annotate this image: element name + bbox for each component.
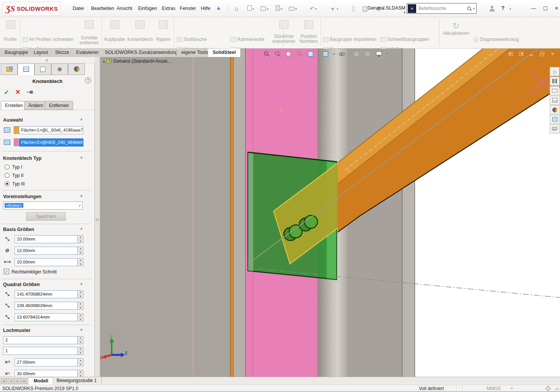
dimxpert-tab[interactable]: ⊕ — [51, 63, 68, 75]
configuration-manager-tab[interactable] — [34, 63, 51, 75]
command-search-box[interactable]: » Befehlssuche ▾ — [407, 3, 477, 14]
radio-typ2[interactable] — [5, 173, 10, 178]
section-view-icon[interactable] — [285, 50, 293, 58]
menu-hilfe[interactable]: Hilfe — [196, 0, 215, 17]
model-tab[interactable]: Modell — [29, 377, 53, 385]
undo-caret[interactable]: ▾ — [315, 7, 317, 11]
selection-field-1[interactable]: Fläche<1>@L_60x6_4186aaa7-0 — [19, 126, 83, 134]
base-thickness-field[interactable]: 10.00mm▲▼ — [15, 235, 83, 243]
hole-spacing-1-field[interactable]: 27.00mm▲▼ — [15, 358, 83, 366]
ok-button[interactable]: ✓ — [4, 88, 9, 96]
document-name[interactable]: Geruest.SLDASM * — [367, 5, 405, 16]
open-document-caret[interactable]: ▾ — [267, 7, 269, 11]
rotate-view-icon[interactable] — [296, 50, 304, 58]
view-orientation-caret[interactable]: ▾ — [333, 52, 335, 56]
pin-menu-icon[interactable]: ➤ — [215, 5, 222, 12]
mode-tab-erstellen[interactable]: Erstellen — [1, 101, 27, 110]
tab-layout[interactable]: Layout — [29, 49, 53, 57]
panel-collapse-handle[interactable] — [46, 59, 48, 62]
diagnostics-button[interactable]: Q Diagnosewerkzeug — [474, 37, 519, 42]
annotations-icon[interactable] — [307, 50, 315, 58]
search-caret[interactable]: ▾ — [473, 7, 475, 10]
radio-typ1[interactable] — [5, 164, 10, 169]
minimize-child-icon[interactable] — [529, 51, 535, 57]
view-palette-icon[interactable] — [550, 96, 560, 105]
right-angle-cut-checkbox[interactable]: ✓ — [4, 269, 9, 274]
prev-tab-nav-button[interactable]: ◂ — [8, 378, 14, 384]
cancel-button[interactable]: ✕ — [15, 88, 20, 96]
tab-skizze[interactable]: Skizze — [50, 49, 74, 57]
appearance-icon[interactable] — [364, 50, 372, 58]
mode-tab-aendern[interactable]: Ändern — [24, 101, 47, 110]
radio-typ3-label[interactable]: Typ III — [12, 181, 25, 187]
panel-splitter[interactable] — [95, 57, 100, 377]
refresh-button[interactable]: ↻ Aktualisieren — [441, 21, 471, 36]
feature-manager-tab[interactable] — [1, 63, 18, 75]
previous-window-icon[interactable] — [508, 51, 514, 57]
spinner[interactable]: ▲▼ — [77, 347, 83, 355]
radio-typ1-label[interactable]: Typ I — [12, 164, 22, 170]
hole-pattern-group-header[interactable]: Lochmuster — [3, 328, 31, 333]
first-tab-nav-button[interactable]: |◂ — [1, 378, 7, 384]
profile-button[interactable]: Profile — [4, 20, 17, 42]
attachment-icon[interactable] — [350, 5, 357, 13]
design-library-icon[interactable] — [550, 76, 560, 86]
hole-pattern-collapse-chevron[interactable]: ˄ — [80, 328, 83, 332]
help-icon[interactable]: ? — [501, 5, 505, 11]
presets-dropdown[interactable]: <Keine> ˅ — [3, 202, 83, 210]
open-document-icon[interactable] — [259, 5, 267, 13]
presets-group-header[interactable]: Voreinstellungen — [3, 194, 41, 199]
spinner[interactable]: ▲▼ — [77, 247, 83, 254]
spinner[interactable]: ▲▼ — [77, 259, 83, 266]
restore-child-icon[interactable] — [539, 51, 545, 57]
spinner[interactable]: ▲▼ — [77, 236, 83, 243]
right-angle-cut-label[interactable]: Rechtwinkliger Schnitt — [11, 269, 57, 275]
tab-solidsteel[interactable]: SolidSteel — [208, 49, 241, 57]
tree-expand-arrow[interactable]: ▸ — [103, 59, 105, 63]
print-caret[interactable]: ▾ — [295, 7, 297, 11]
custom-properties-icon[interactable] — [550, 115, 560, 124]
graphics-viewport[interactable]: X Z ▸Geruest (Standard<Anzei... ▾ ▾ ✕ ⌂ — [100, 49, 560, 377]
file-explorer-icon[interactable] — [550, 86, 560, 95]
login-person-icon[interactable] — [489, 6, 495, 12]
home-tab-icon[interactable]: ⌂ — [550, 67, 560, 76]
position-numbers-button[interactable]: PositionNumbers — [298, 20, 320, 44]
tag-icon[interactable] — [545, 386, 551, 391]
splice-plate-button[interactable]: Stoßlasche — [177, 37, 207, 42]
units-selector[interactable]: MMGS — [487, 386, 501, 391]
feature-tree-flyout[interactable]: ▸Geruest (Standard<Anzei... — [103, 59, 171, 64]
tree-item-label[interactable]: Geruest (Standard<Anzei... — [113, 59, 171, 64]
spinner[interactable]: ▲▼ — [77, 337, 83, 344]
weldment-assemblies-button[interactable]: Schweißbaugruppen — [380, 37, 429, 42]
presets-dropdown-chevron[interactable]: ˅ — [78, 202, 81, 210]
search-scope-icon[interactable]: » — [408, 4, 416, 13]
selection-group-header[interactable]: Auswahl — [3, 117, 23, 123]
new-document-icon[interactable] — [246, 5, 253, 13]
radio-typ2-label[interactable]: Typ II — [12, 173, 23, 178]
type-group-header[interactable]: Knotenblech Typ — [3, 156, 41, 161]
square-dim2-field[interactable]: 109.45098039mm▲▼ — [15, 302, 83, 310]
select-caret[interactable]: ▾ — [337, 7, 338, 11]
tab-evaluieren[interactable]: Evaluieren — [72, 49, 104, 57]
save-icon[interactable] — [274, 5, 282, 13]
close-button[interactable]: ✕ — [552, 5, 560, 12]
hide-show-icon[interactable] — [353, 50, 361, 58]
mode-tab-entfernen[interactable]: Entfernen — [45, 101, 73, 110]
save-preset-button[interactable]: Speichern — [26, 212, 66, 221]
base-width-field[interactable]: 10.00mm▲▼ — [15, 258, 83, 266]
zoom-fit-icon[interactable] — [263, 50, 270, 58]
end-plate-button[interactable]: Kopfplatte — [104, 20, 125, 42]
hole-count-1-field[interactable]: 2▲▼ — [3, 336, 83, 344]
minimize-button[interactable]: — — [529, 5, 538, 12]
spinner[interactable]: ▲▼ — [77, 359, 83, 366]
property-manager-tab[interactable] — [18, 63, 34, 75]
view-settings-caret[interactable]: ▾ — [386, 52, 388, 56]
maximize-button[interactable]: ☐ — [541, 5, 550, 12]
undo-icon[interactable]: ↶ — [308, 5, 316, 13]
display-manager-tab[interactable] — [68, 63, 85, 75]
zoom-area-icon[interactable] — [274, 50, 282, 58]
tab-eigene-tools[interactable]: eigene Tools — [177, 49, 213, 57]
search-placeholder[interactable]: Befehlssuche — [418, 6, 467, 11]
remove-cuts-button[interactable]: Schnitteentfernen — [77, 20, 101, 46]
home-icon[interactable]: ⌂ — [233, 5, 240, 13]
